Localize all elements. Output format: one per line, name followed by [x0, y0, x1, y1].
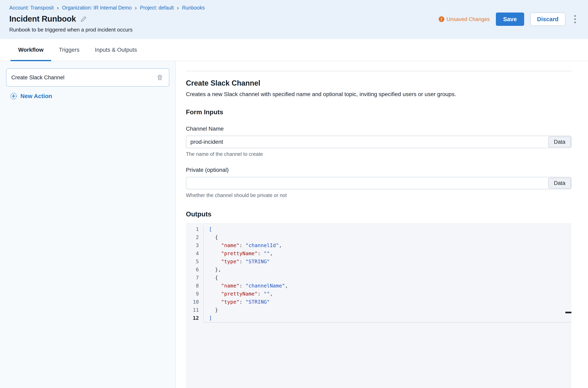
header-left: Account: Transposit › Organization: IR I…	[9, 5, 205, 33]
line-number: 10	[186, 298, 204, 306]
private-data-button[interactable]: Data	[548, 178, 571, 189]
field-channel-name: Channel Name Data The name of the channe…	[186, 125, 571, 157]
tab-triggers[interactable]: Triggers	[51, 39, 87, 61]
channel-name-data-button[interactable]: Data	[548, 136, 571, 147]
breadcrumb-project[interactable]: Project: default	[140, 5, 174, 11]
code-line: 4 "prettyName": "",	[186, 249, 571, 258]
private-help: Whether the channel should be private or…	[186, 192, 571, 198]
private-label: Private (optional)	[186, 167, 571, 173]
page-title: Incident Runbook	[9, 14, 76, 24]
breadcrumb: Account: Transposit › Organization: IR I…	[9, 5, 205, 11]
add-action-icon	[10, 92, 17, 100]
content-area: Create Slack Channel New Action Create S…	[0, 61, 588, 388]
save-button[interactable]: Save	[496, 13, 524, 26]
breadcrumb-separator-icon: ›	[177, 5, 179, 11]
private-input[interactable]	[186, 177, 571, 189]
channel-name-input-wrap: Data	[186, 136, 571, 148]
action-detail-description: Creates a new Slack channel with specifi…	[186, 91, 571, 97]
line-number: 7	[186, 274, 204, 282]
line-number: 4	[186, 249, 204, 258]
code-line: 6 },	[186, 266, 571, 274]
breadcrumb-account[interactable]: Account: Transposit	[9, 5, 54, 11]
action-detail-panel: Create Slack Channel Creates a new Slack…	[176, 61, 588, 388]
unsaved-changes-badge: ! Unsaved Changes	[439, 16, 490, 23]
new-action-button[interactable]: New Action	[10, 92, 52, 100]
line-number: 1	[186, 225, 204, 233]
line-number: 9	[186, 290, 204, 298]
field-private: Private (optional) Data Whether the chan…	[186, 167, 571, 198]
divider	[186, 71, 571, 71]
outputs-code-editor[interactable]: 1[2 {3 "name": "channelId",4 "prettyName…	[186, 223, 571, 388]
action-item-create-slack-channel[interactable]: Create Slack Channel	[6, 69, 169, 87]
scrollbar-thumb[interactable]	[565, 312, 571, 313]
code-lines: 1[2 {3 "name": "channelId",4 "prettyName…	[186, 225, 571, 323]
warning-icon: !	[439, 16, 444, 22]
line-number: 6	[186, 266, 204, 274]
line-number: 2	[186, 233, 204, 242]
code-line: 9 "prettyName": "",	[186, 290, 571, 298]
code-line: 7 {	[186, 274, 571, 282]
code-line: 3 "name": "channelId",	[186, 242, 571, 249]
workflow-actions-panel: Create Slack Channel New Action	[0, 61, 176, 388]
unsaved-changes-label: Unsaved Changes	[447, 16, 490, 23]
trash-icon	[156, 74, 163, 81]
kebab-menu-icon[interactable]	[571, 13, 579, 25]
breadcrumb-organization[interactable]: Organization: IR Internal Demo	[62, 5, 132, 11]
page-header: Account: Transposit › Organization: IR I…	[0, 0, 588, 39]
channel-name-label: Channel Name	[186, 125, 571, 132]
breadcrumb-separator-icon: ›	[57, 5, 59, 11]
code-line: 8 "name": "channelName",	[186, 282, 571, 290]
breadcrumb-separator-icon: ›	[135, 5, 137, 11]
new-action-label: New Action	[20, 93, 52, 99]
outputs-heading: Outputs	[186, 210, 571, 218]
tab-bar: Workflow Triggers Inputs & Outputs	[0, 39, 588, 61]
form-inputs-heading: Form Inputs	[186, 108, 571, 116]
breadcrumb-runbooks[interactable]: Runbooks	[182, 5, 205, 11]
code-line: 12]	[186, 314, 571, 323]
code-line: 1[	[186, 225, 571, 233]
header-actions: ! Unsaved Changes Save Discard	[439, 13, 579, 26]
code-line: 2 {	[186, 233, 571, 242]
action-item-label: Create Slack Channel	[11, 74, 64, 81]
delete-action-button[interactable]	[156, 73, 164, 82]
action-detail-title: Create Slack Channel	[186, 79, 571, 87]
channel-name-help: The name of the channel to create	[186, 151, 571, 157]
code-line: 5 "type": "STRING"	[186, 258, 571, 266]
title-row: Incident Runbook	[9, 14, 205, 24]
discard-button[interactable]: Discard	[530, 13, 565, 26]
code-line: 10 "type": "STRING"	[186, 298, 571, 306]
tab-workflow[interactable]: Workflow	[10, 39, 51, 61]
private-input-wrap: Data	[186, 177, 571, 189]
channel-name-input[interactable]	[186, 136, 571, 148]
edit-pencil-icon[interactable]	[80, 16, 87, 22]
page-subtitle: Runbook to be triggered when a prod inci…	[9, 27, 205, 33]
line-number: 11	[186, 306, 204, 314]
line-number: 12	[186, 314, 204, 323]
tab-inputs-outputs[interactable]: Inputs & Outputs	[87, 39, 145, 61]
line-number: 5	[186, 258, 204, 266]
code-line: 11 }	[186, 306, 571, 314]
line-number: 3	[186, 242, 204, 249]
line-number: 8	[186, 282, 204, 290]
